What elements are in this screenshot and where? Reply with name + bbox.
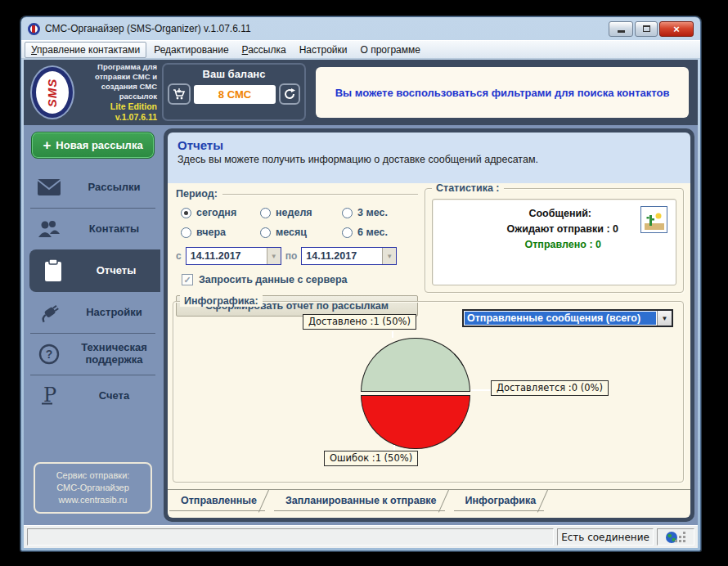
- maximize-icon: [643, 25, 650, 32]
- window-title: СМС-Органайзер (SMS-Organizer) v.1.07.6.…: [45, 23, 604, 34]
- sms-logo-text: SMS: [45, 78, 59, 107]
- close-button[interactable]: ×: [659, 21, 694, 37]
- period-label: Период:: [176, 188, 218, 200]
- balance-row: 8 СМС: [168, 83, 300, 105]
- globe-icon: [665, 531, 678, 544]
- radio-label: вчера: [196, 227, 226, 238]
- radio-label: 3 мес.: [357, 207, 388, 218]
- minimize-button[interactable]: [609, 21, 633, 37]
- menu-item-contacts-management[interactable]: Управление контактами: [25, 42, 146, 58]
- menu-item-mailing[interactable]: Рассылка: [236, 43, 292, 57]
- menu-item-about[interactable]: О программе: [355, 43, 426, 57]
- radio-6months[interactable]: 6 мес.: [342, 227, 414, 238]
- infographic-group: Инфографика: Отправленные сообщения (все…: [173, 301, 684, 483]
- date-to-label: по: [285, 250, 298, 262]
- buy-sms-button[interactable]: [168, 83, 191, 105]
- tab-sent[interactable]: Отправленные: [169, 490, 265, 511]
- app-tagline: Программа для отправки СМС и создания СМ…: [78, 62, 157, 123]
- refresh-balance-button[interactable]: [279, 83, 300, 105]
- picture-icon: [645, 210, 664, 230]
- sidebar-item-mailings[interactable]: Рассылки: [25, 167, 160, 208]
- menubar: Управление контактами Редактирование Рас…: [21, 40, 700, 59]
- radio-label: месяц: [276, 227, 307, 238]
- clipboard-icon: [29, 258, 77, 283]
- chevron-down-icon[interactable]: ▼: [657, 311, 672, 326]
- sidebar-item-contacts[interactable]: Контакты: [25, 209, 160, 249]
- radio-month[interactable]: месяц: [260, 227, 342, 238]
- radio-yesterday[interactable]: вчера: [181, 227, 260, 238]
- label-errors: Ошибок :1 (50%): [324, 451, 418, 466]
- radio-3months[interactable]: 3 мес.: [342, 207, 414, 218]
- radio-icon: [181, 208, 191, 218]
- radio-today[interactable]: сегодня: [181, 207, 260, 218]
- question-icon: ?: [25, 344, 73, 365]
- sidebar: + Новая рассылка Рассылки Контакты: [25, 128, 160, 522]
- chart-image-button[interactable]: [640, 206, 667, 233]
- sidebar-item-label: Контакты: [73, 223, 160, 236]
- sidebar-item-label: Настройки: [73, 307, 160, 319]
- minimize-icon: [618, 30, 625, 33]
- envelope-icon: [25, 178, 73, 196]
- service-line: СМС-Органайзер: [38, 482, 147, 494]
- svg-text:?: ?: [46, 348, 53, 361]
- callout-line: [392, 331, 393, 338]
- connection-status: Есть соединение: [557, 528, 654, 546]
- sidebar-item-settings[interactable]: Настройки: [25, 292, 160, 333]
- chevron-down-icon[interactable]: ▼: [267, 248, 281, 264]
- messages-label: Сообщений:: [467, 206, 618, 222]
- chevron-down-icon[interactable]: ▼: [382, 248, 396, 264]
- ruble-icon: P: [25, 384, 73, 408]
- date-to-value: 14.11.2017: [302, 250, 382, 262]
- cart-icon: [172, 88, 186, 101]
- branding-section: SMS Программа для отправки СМС и создани…: [25, 61, 160, 124]
- tagline-line: создания СМС: [78, 82, 157, 92]
- main-panel: Отчеты Здесь вы можете получить информац…: [164, 128, 694, 522]
- pending-count: Ожидают отправки : 0: [467, 222, 618, 237]
- radio-icon: [342, 227, 353, 238]
- sidebar-item-invoices[interactable]: P Счета: [25, 375, 160, 416]
- checkbox-checked-icon[interactable]: ✓: [182, 274, 193, 285]
- page-subtitle: Здесь вы можете получить информацию о до…: [178, 154, 681, 165]
- sidebar-item-reports[interactable]: Отчеты: [29, 249, 160, 292]
- page-body: Период: сегодня неделя 3 мес. вчера меся…: [168, 183, 690, 518]
- service-link[interactable]: www.centrasib.ru: [38, 494, 147, 506]
- radio-label: неделя: [276, 207, 312, 218]
- menu-item-settings[interactable]: Настройки: [294, 43, 353, 57]
- label-delivering: Доставляется :0 (0%): [491, 380, 609, 396]
- people-icon: [25, 219, 73, 239]
- tagline-line: Программа для: [78, 62, 157, 72]
- dropdown-selected-value: Отправленные сообщения (всего): [465, 312, 656, 325]
- status-message-panel: [27, 528, 554, 546]
- edition-label: Lite Edition: [78, 101, 157, 112]
- service-info-box: Сервис отправки: СМС-Органайзер www.cent…: [34, 462, 152, 514]
- statistics-panel: Сообщений: Ожидают отправки : 0 Отправле…: [432, 199, 676, 285]
- close-icon: ×: [673, 23, 680, 35]
- report-tabs: Отправленные Запланированные к отправке …: [168, 489, 690, 511]
- resize-grip[interactable]: [683, 532, 685, 534]
- pie-slice-errors: [361, 395, 470, 449]
- statistics-group: Статистика : Сообщений: Ожидают отправки…: [425, 188, 684, 293]
- infographic-legend: Инфографика:: [180, 295, 263, 307]
- radio-icon: [181, 227, 191, 238]
- hint-banner-text: Вы можете воспользоваться фильтрами для …: [316, 67, 689, 118]
- chart-type-dropdown[interactable]: Отправленные сообщения (всего) ▼: [462, 309, 673, 327]
- new-mailing-button[interactable]: + Новая рассылка: [31, 132, 155, 159]
- balance-label: Ваш баланс: [168, 68, 300, 80]
- tab-infographic[interactable]: Инфографика: [454, 490, 545, 511]
- statistics-lines: Сообщений: Ожидают отправки : 0 Отправле…: [467, 206, 618, 252]
- date-to-picker[interactable]: 14.11.2017 ▼: [301, 247, 397, 265]
- page-header: Отчеты Здесь вы можете получить информац…: [168, 133, 690, 183]
- maximize-button[interactable]: [635, 21, 658, 37]
- divider: [222, 194, 418, 195]
- sent-count: Отправлено : 0: [467, 237, 618, 253]
- server-data-check-row: ✓ Запросить данные с сервера: [182, 274, 418, 285]
- date-from-picker[interactable]: 14.11.2017 ▼: [186, 247, 281, 265]
- menu-item-editing[interactable]: Редактирование: [148, 43, 234, 57]
- balance-panel: Ваш баланс 8 СМС: [162, 63, 306, 121]
- tab-scheduled[interactable]: Запланированные к отправке: [274, 490, 445, 511]
- plus-icon: +: [43, 138, 51, 152]
- sms-logo: SMS: [32, 67, 73, 118]
- label-delivered: Доставлено :1 (50%): [303, 314, 416, 330]
- sidebar-item-support[interactable]: ? Техническая поддержка: [25, 334, 160, 375]
- radio-week[interactable]: неделя: [260, 207, 342, 218]
